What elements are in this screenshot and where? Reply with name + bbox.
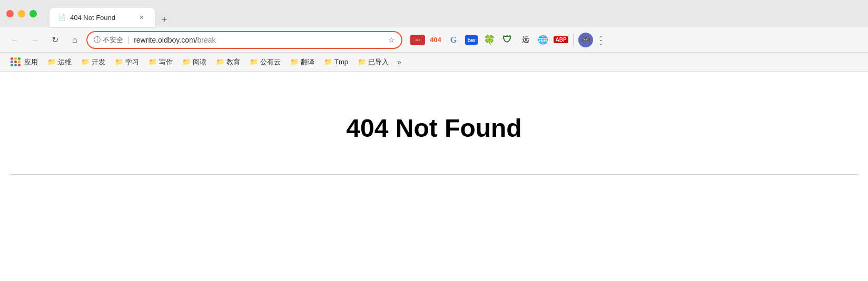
forward-button[interactable]: →	[26, 32, 43, 48]
page-divider	[11, 174, 857, 175]
reload-button[interactable]: ↻	[46, 32, 63, 48]
toolbar-separator	[573, 34, 574, 46]
url-base: rewrite.oldboy.com/	[134, 36, 197, 44]
folder-icon: 📁	[81, 58, 90, 66]
folder-icon: 📁	[149, 58, 157, 66]
bookmark-kaifa[interactable]: 📁 开发	[77, 55, 110, 69]
bookmark-label: 学习	[125, 57, 139, 67]
bookmark-star-icon[interactable]: ☆	[388, 36, 395, 44]
folder-icon: 📁	[115, 58, 123, 66]
ext-avatar-icon[interactable]: 🎮	[578, 32, 594, 48]
bw-label: bw	[465, 35, 478, 45]
apps-dot-3	[18, 57, 21, 60]
apps-grid-icon	[11, 57, 21, 66]
ext-clover-icon[interactable]: 🍀	[481, 32, 497, 48]
tab-page-icon: 📄	[58, 14, 66, 21]
bookmark-label: 开发	[92, 57, 105, 67]
extensions-toolbar: ··· 404 G bw 🍀 🛡 远 🌐 ABP 🎮 ⋮	[410, 32, 606, 48]
bookmark-label: 公有云	[260, 57, 281, 67]
nav-bar: ← → ↻ ⌂ ⓘ 不安全 | rewrite.oldboy.com/break…	[0, 27, 868, 53]
error-heading: 404 Not Found	[346, 114, 521, 143]
folder-icon: 📁	[216, 58, 224, 66]
title-bar: 📄 404 Not Found × +	[0, 0, 868, 27]
page-content: 404 Not Found	[0, 72, 868, 281]
browser-menu-button[interactable]: ⋮	[596, 34, 606, 46]
folder-icon: 📁	[290, 58, 299, 66]
tab-title: 404 Not Found	[70, 14, 133, 22]
back-button[interactable]: ←	[6, 32, 23, 48]
info-icon: ⓘ	[94, 35, 101, 45]
apps-dot-4	[11, 61, 13, 63]
bookmark-label: 写作	[159, 57, 173, 67]
maximize-button[interactable]	[29, 10, 37, 17]
folder-icon: 📁	[182, 58, 191, 66]
bookmark-label: 教育	[226, 57, 240, 67]
folder-icon: 📁	[358, 58, 366, 66]
ext-fast-icon[interactable]: 远	[517, 32, 533, 48]
home-button[interactable]: ⌂	[66, 32, 83, 48]
apps-dot-1	[11, 57, 13, 60]
ext-404-icon[interactable]: 404	[428, 32, 443, 48]
bookmark-label: Tmp	[334, 58, 348, 66]
ext-abp-icon[interactable]: ABP	[553, 32, 569, 48]
bookmarks-more-button[interactable]: »	[394, 56, 405, 68]
bookmark-yidaoru[interactable]: 📁 已导入	[353, 55, 393, 69]
bookmark-label: 阅读	[193, 57, 206, 67]
bookmark-label: 翻译	[301, 57, 314, 67]
ext-globe-icon[interactable]: 🌐	[535, 32, 551, 48]
new-tab-button[interactable]: +	[157, 12, 172, 27]
bookmark-yunwei[interactable]: 📁 运维	[43, 55, 76, 69]
apps-label: 应用	[24, 57, 38, 67]
security-label: 不安全	[103, 35, 123, 45]
tab-area: 📄 404 Not Found × +	[50, 0, 172, 27]
apps-dot-9	[18, 64, 21, 66]
apps-dot-5	[14, 61, 17, 63]
bookmark-label: 运维	[58, 57, 72, 67]
folder-icon: 📁	[324, 58, 332, 66]
bookmark-tmp[interactable]: 📁 Tmp	[320, 56, 352, 68]
active-tab[interactable]: 📄 404 Not Found ×	[50, 8, 155, 27]
avatar: 🎮	[578, 33, 593, 47]
bookmark-xiezuo[interactable]: 📁 写作	[144, 55, 177, 69]
traffic-lights	[6, 10, 37, 17]
address-url: rewrite.oldboy.com/break	[134, 36, 384, 44]
ext-shield-icon[interactable]: 🛡	[499, 32, 515, 48]
security-indicator: ⓘ 不安全	[94, 35, 123, 45]
bookmark-jiaoyu[interactable]: 📁 教育	[212, 55, 244, 69]
bookmark-label: 已导入	[368, 57, 389, 67]
abp-label: ABP	[554, 36, 568, 43]
apps-dot-2	[14, 57, 17, 60]
apps-dot-7	[11, 64, 13, 66]
apps-dot-6	[18, 61, 21, 63]
minimize-button[interactable]	[18, 10, 25, 17]
ext-bitwarden-icon[interactable]: bw	[463, 32, 479, 48]
close-button[interactable]	[6, 10, 14, 17]
passkey-label: ···	[410, 35, 425, 45]
bookmark-fanyi[interactable]: 📁 翻译	[286, 55, 319, 69]
ext-google-icon[interactable]: G	[446, 32, 461, 48]
bookmark-yuedu[interactable]: 📁 阅读	[178, 55, 211, 69]
folder-icon: 📁	[250, 58, 258, 66]
bookmark-apps[interactable]: 应用	[6, 55, 42, 69]
ext-passkey-icon[interactable]: ···	[410, 32, 426, 48]
address-separator: |	[127, 35, 130, 45]
bookmark-xuexi[interactable]: 📁 学习	[111, 55, 143, 69]
tab-close-button[interactable]: ×	[137, 13, 146, 22]
browser-window: 📄 404 Not Found × + ← → ↻ ⌂ ⓘ 不安全 | rewr…	[0, 0, 868, 281]
bookmark-gongyouyun[interactable]: 📁 公有云	[245, 55, 285, 69]
bookmarks-bar: 应用 📁 运维 📁 开发 📁 学习 📁 写作 📁 阅读 📁 教育 📁 公有云	[0, 53, 868, 72]
folder-icon: 📁	[47, 58, 56, 66]
address-bar[interactable]: ⓘ 不安全 | rewrite.oldboy.com/break ☆	[86, 31, 402, 49]
url-path: break	[198, 36, 216, 44]
apps-dot-8	[14, 64, 17, 66]
